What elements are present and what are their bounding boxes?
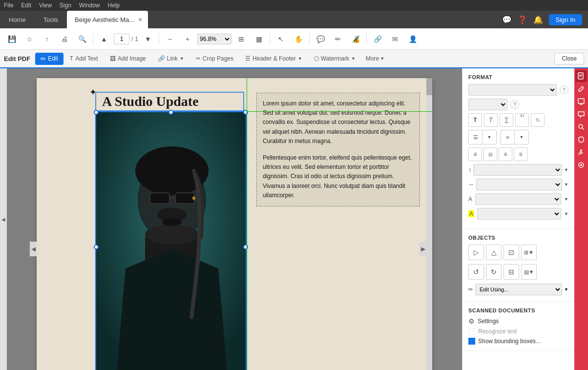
next-page-icon[interactable]: ▼ [140, 31, 156, 47]
pan-icon[interactable]: ✋ [291, 31, 306, 47]
align-objects-icon[interactable]: ⊞▼ [521, 245, 537, 260]
save-icon[interactable]: 💾 [4, 31, 20, 47]
rs-sign-icon[interactable] [575, 146, 587, 158]
help-icon[interactable]: ❓ [518, 15, 527, 24]
rs-pdf-icon[interactable] [575, 70, 587, 82]
underline-icon[interactable]: T [500, 113, 513, 127]
font-size-select[interactable] [468, 99, 507, 110]
right-expand-arrow[interactable]: ▶ [420, 242, 426, 256]
email-icon[interactable]: ✉ [387, 31, 403, 47]
close-button[interactable]: Close [554, 53, 584, 64]
menu-file[interactable]: File [4, 2, 13, 9]
menu-view[interactable]: View [39, 2, 52, 9]
left-panel-toggle[interactable]: ◀ [0, 68, 7, 370]
char-spacing-select[interactable] [476, 179, 562, 190]
tab-tools[interactable]: Tools [35, 11, 67, 28]
unordered-list-icon[interactable]: ☰ [469, 130, 483, 144]
fit-width-icon[interactable]: ⊞ [233, 31, 249, 47]
print-icon[interactable]: 🖨 [57, 31, 72, 47]
align-right-icon[interactable]: ≡ [499, 147, 512, 161]
rs-search-icon[interactable] [575, 121, 587, 133]
chat-icon[interactable]: 💬 [502, 15, 512, 24]
handle-mid-left[interactable] [94, 245, 99, 249]
recognize-text-checkbox[interactable] [468, 328, 475, 335]
add-image-button[interactable]: 🖼 Add Image [105, 53, 151, 64]
align-justify-icon[interactable]: ≡ [514, 147, 527, 161]
handle-top-right[interactable] [243, 110, 248, 115]
replace-icon[interactable]: ⊟ [504, 264, 519, 280]
share-icon[interactable]: ↑ [39, 31, 55, 47]
ordered-list-icon[interactable]: ≡ [501, 130, 515, 144]
menu-sign[interactable]: Sign [60, 2, 71, 9]
show-bounding-checkbox[interactable] [468, 338, 475, 345]
page-scrollbar[interactable] [426, 78, 432, 370]
title-text-box[interactable]: A Studio Update [95, 92, 244, 111]
canvas-scroll[interactable]: ✦ A Studio Update [7, 68, 462, 370]
notifications-icon[interactable]: 🔔 [533, 15, 543, 24]
tab-active-document[interactable]: Beige Aesthetic Ma... × [67, 11, 148, 28]
text-color-select[interactable] [475, 193, 561, 205]
superscript-icon[interactable]: Ts [515, 113, 529, 127]
left-expand-arrow[interactable]: ◀ [30, 242, 37, 256]
crop-icon[interactable]: ⊡ [504, 245, 519, 260]
zoom-in-icon[interactable]: + [180, 31, 195, 47]
header-footer-button[interactable]: ☰ Header & Footer ▼ [240, 53, 308, 64]
page-number-input[interactable] [114, 34, 129, 44]
arrange-icon[interactable]: ▤▼ [521, 264, 537, 280]
char-spacing-dropdown[interactable]: ▼ [564, 182, 568, 187]
ordered-list-dropdown[interactable]: ▼ [515, 130, 528, 144]
rs-comment-icon[interactable] [575, 108, 587, 120]
zoom-select[interactable]: 96.8% 100% 75% [197, 34, 231, 44]
menu-help[interactable]: Help [108, 2, 120, 9]
rotate-ccw-icon[interactable]: ↺ [468, 264, 484, 280]
line-spacing-select[interactable] [473, 164, 562, 176]
rs-edit-icon[interactable] [575, 83, 587, 95]
rs-protect-icon[interactable] [575, 134, 587, 145]
edit-using-dropdown[interactable]: ▼ [564, 287, 568, 292]
more-button[interactable]: More ▼ [362, 53, 388, 64]
select-icon[interactable]: ↖ [273, 31, 289, 47]
bold-icon[interactable]: T [468, 113, 482, 127]
align-center-icon[interactable]: ⊟ [483, 147, 497, 161]
watermark-button[interactable]: ⬡ Watermark ▼ [309, 53, 361, 64]
handle-top-left[interactable] [94, 110, 99, 115]
handle-top-center[interactable] [168, 110, 173, 115]
text-area-box[interactable]: Lorem ipsum dolor sit amet, consectetur … [256, 93, 420, 206]
menu-window[interactable]: Window [79, 2, 100, 9]
image-box[interactable]: Width: 2.781 in Height: 3.472 in [95, 111, 247, 370]
pencil-icon[interactable]: ✏ [330, 31, 346, 47]
font-size-help[interactable]: ? [510, 100, 519, 109]
bookmark-icon[interactable]: ☆ [21, 31, 37, 47]
link-button[interactable]: 🔗 Link ▼ [152, 53, 189, 64]
flip-vertical-icon[interactable]: △ [486, 245, 502, 260]
highlight-select[interactable] [477, 208, 561, 220]
unordered-list-dropdown[interactable]: ▼ [483, 130, 496, 144]
users-icon[interactable]: 👤 [405, 31, 420, 47]
add-text-button[interactable]: T Add Text [64, 53, 104, 64]
font-help-icon[interactable]: ? [560, 85, 568, 94]
italic-icon[interactable]: T [484, 113, 498, 127]
zoom-out-icon[interactable]: − [162, 31, 178, 47]
link2-icon[interactable]: 🔗 [370, 31, 385, 47]
subscript-icon[interactable]: Ts [531, 113, 545, 127]
highlight-dropdown[interactable]: ▼ [564, 211, 568, 216]
rs-export-icon[interactable] [575, 96, 587, 107]
edit-using-select[interactable]: Edit Using... [475, 284, 562, 295]
page-scroll-thumb[interactable] [426, 78, 432, 95]
sign-in-button[interactable]: Sign In [549, 14, 582, 25]
rs-tools-icon[interactable] [575, 159, 587, 171]
text-color-dropdown[interactable]: ▼ [564, 197, 568, 202]
comment-icon[interactable]: 💬 [313, 31, 328, 47]
prev-page-icon[interactable]: ▲ [96, 31, 112, 47]
menu-edit[interactable]: Edit [21, 2, 31, 9]
handle-mid-right[interactable] [243, 245, 248, 249]
line-spacing-dropdown[interactable]: ▼ [564, 167, 568, 172]
settings-label[interactable]: Settings [478, 318, 499, 325]
find-icon[interactable]: 🔍 [74, 31, 90, 47]
tab-home[interactable]: Home [0, 11, 35, 28]
rotate-cw-icon[interactable]: ↻ [486, 264, 502, 280]
flip-horizontal-icon[interactable]: ▷ [468, 245, 484, 260]
stamp-icon[interactable]: 🔏 [348, 31, 363, 47]
marquee-icon[interactable]: ▦ [251, 31, 267, 47]
tab-close-button[interactable]: × [138, 16, 142, 23]
